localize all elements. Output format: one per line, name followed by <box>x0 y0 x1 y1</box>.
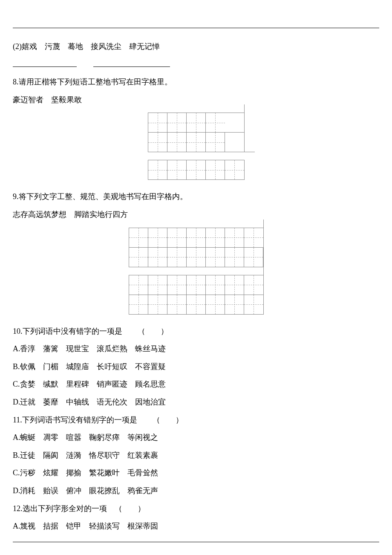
q9-grid <box>13 228 379 315</box>
tianzige-cell[interactable] <box>225 248 244 267</box>
tianzige-cell[interactable] <box>129 275 148 295</box>
tianzige-cell[interactable] <box>167 228 187 247</box>
q8-grid <box>13 113 379 180</box>
tianzige-cell[interactable] <box>148 160 167 179</box>
blank-1[interactable] <box>13 58 77 67</box>
page-bottom-rule <box>13 542 379 542</box>
q11-option-b[interactable]: B.迁徒 隔阂 涟漪 恪尽职守 红装素裹 <box>13 447 379 464</box>
tianzige-cell[interactable] <box>206 133 225 152</box>
tianzige-cell[interactable] <box>187 228 206 247</box>
q8-phrases: 豪迈智者 坚毅果敢 <box>13 92 379 109</box>
tianzige-cell[interactable] <box>225 295 244 314</box>
q11-option-c[interactable]: C.污秽 炫耀 揶揄 繁花嫩叶 毛骨耸然 <box>13 465 379 482</box>
tianzige-cell[interactable] <box>187 113 206 132</box>
tianzige-cell[interactable] <box>244 275 263 295</box>
tianzige-cell[interactable] <box>206 248 225 267</box>
tianzige-cell[interactable] <box>129 248 148 267</box>
tianzige-cell[interactable] <box>187 295 206 314</box>
tianzige-cell[interactable] <box>148 228 167 247</box>
tianzige-cell[interactable] <box>225 275 244 295</box>
q10-option-a[interactable]: A.香淳 藩篱 现世宝 滚瓜烂熟 蛛丝马迹 <box>13 341 379 358</box>
tianzige-cell[interactable] <box>167 133 187 152</box>
q9-phrases: 志存高远筑梦想 脚踏实地行四方 <box>13 206 379 223</box>
document-body: (2)嬉戏 污蔑 蓦地 接风洗尘 肆无记惮 8.请用正楷将下列短语工整地书写在田… <box>13 26 379 535</box>
tianzige-cell[interactable] <box>167 248 187 267</box>
tianzige-cell[interactable] <box>206 113 225 132</box>
tianzige-cell[interactable] <box>244 248 263 267</box>
tianzige-cell[interactable] <box>187 248 206 267</box>
tianzige-cell[interactable] <box>148 275 167 295</box>
tianzige-cell[interactable] <box>129 295 148 314</box>
q8-prompt: 8.请用正楷将下列短语工整地书写在田字格里。 <box>13 74 379 91</box>
tianzige-cell[interactable] <box>148 133 167 152</box>
tianzige-cell[interactable] <box>206 295 225 314</box>
tianzige-cell[interactable] <box>148 113 167 132</box>
q10-option-c[interactable]: C.贪婪 缄默 里程碑 销声匿迹 顾名思意 <box>13 376 379 393</box>
q9-prompt: 9.将下列文字工整、规范、美观地书写在田字格内。 <box>13 188 379 205</box>
tianzige-cell[interactable] <box>187 160 206 179</box>
q11-option-d[interactable]: D.消耗 贻误 俯冲 眼花撩乱 鸦雀无声 <box>13 483 379 500</box>
tianzige-cell[interactable] <box>167 160 187 179</box>
tianzige-cell[interactable] <box>187 133 206 152</box>
tianzige-cell[interactable] <box>187 275 206 295</box>
q10-option-b[interactable]: B.钦佩 门楣 城隍庙 长吁短叹 不容置疑 <box>13 358 379 376</box>
tianzige-cell[interactable] <box>129 228 148 247</box>
tianzige-cell[interactable] <box>225 228 244 247</box>
tianzige-cell[interactable] <box>244 295 263 314</box>
tianzige-cell[interactable] <box>225 160 244 179</box>
page-top-rule <box>13 28 379 28</box>
tianzige-cell[interactable] <box>148 295 167 314</box>
tianzige-cell[interactable] <box>206 228 225 247</box>
tianzige-cell[interactable] <box>167 113 187 132</box>
q11-option-a[interactable]: A.蜿蜒 凋零 喧嚣 鞠躬尽瘁 等闲视之 <box>13 429 379 446</box>
tianzige-cell[interactable] <box>167 295 187 314</box>
tianzige-cell[interactable] <box>244 228 263 247</box>
q10-option-d[interactable]: D.迁就 萎靡 中轴线 语无伦次 因地治宜 <box>13 394 379 411</box>
blank-2[interactable] <box>93 58 170 67</box>
fill-blanks-line <box>13 56 379 73</box>
q12-option-a[interactable]: A.篾视 拮据 铠甲 轻描淡写 根深蒂固 <box>13 518 379 535</box>
q-sub-line: (2)嬉戏 污蔑 蓦地 接风洗尘 肆无记惮 <box>13 38 379 55</box>
q11-prompt: 11.下列词语书写没有错别字的一项是 （ ） <box>13 412 379 429</box>
tianzige-cell[interactable] <box>167 275 187 295</box>
q10-prompt: 10.下列词语中没有错字的一项是 （ ） <box>13 323 379 340</box>
q12-prompt: 12.选出下列字形全对的一项 （ ） <box>13 500 379 517</box>
tianzige-cell[interactable] <box>206 160 225 179</box>
tianzige-cell[interactable] <box>148 248 167 267</box>
tianzige-cell[interactable] <box>206 275 225 295</box>
